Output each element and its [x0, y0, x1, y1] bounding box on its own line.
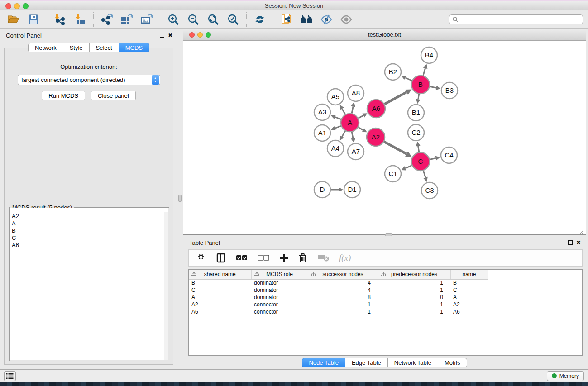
table-float-panel-icon[interactable]: [568, 240, 573, 245]
graph-edge-C-C2[interactable]: [418, 146, 419, 152]
table-cell[interactable]: A2: [450, 301, 488, 308]
mcds-result-item[interactable]: A6: [12, 242, 167, 249]
memory-button[interactable]: Memory: [547, 371, 584, 381]
task-history-button[interactable]: [4, 371, 16, 381]
table-cell[interactable]: A: [450, 294, 488, 301]
mcds-result-item[interactable]: B: [12, 227, 167, 234]
table-cell[interactable]: 1: [378, 308, 450, 315]
network-graph[interactable]: B4B2BB3A8A5A6A3B1AA1C2A2A4A7C4CC1DD1C3: [183, 41, 587, 234]
zoom-in-icon[interactable]: [167, 13, 180, 26]
table-cell[interactable]: B: [450, 279, 488, 286]
vertical-splitter[interactable]: [177, 29, 183, 369]
minimize-window-button[interactable]: [14, 3, 20, 9]
zoom-fit-icon[interactable]: [206, 13, 220, 26]
run-mcds-button[interactable]: Run MCDS: [42, 91, 85, 100]
deselect-all-columns-icon[interactable]: [258, 255, 269, 261]
close-panel-icon[interactable]: ✖: [168, 33, 172, 38]
zoom-out-icon[interactable]: [186, 13, 200, 26]
export-image-icon[interactable]: [140, 13, 153, 26]
network-window-titlebar[interactable]: testGlobe.txt: [183, 29, 586, 41]
network-canvas[interactable]: B4B2BB3A8A5A6A3B1AA1C2A2A4A7C4CC1DD1C3: [183, 41, 586, 234]
criterion-dropdown[interactable]: largest connected component (directed) ▲…: [18, 75, 160, 85]
horizontal-splitter-handle[interactable]: [385, 233, 392, 236]
table-cell[interactable]: 1: [378, 279, 450, 286]
network-close-button[interactable]: [189, 32, 195, 38]
table-cell[interactable]: 0: [378, 294, 450, 301]
tab-select[interactable]: Select: [90, 43, 119, 52]
graph-edge-B-B3[interactable]: [430, 86, 436, 88]
graph-edge-B-B4[interactable]: [423, 68, 425, 76]
table-cell[interactable]: A6: [450, 308, 488, 315]
refresh-layout-icon[interactable]: [253, 13, 267, 26]
table-cell[interactable]: 4: [308, 286, 378, 294]
table-cell[interactable]: dominator: [251, 279, 308, 286]
graph-edge-A-A5[interactable]: [342, 109, 345, 114]
table-cell[interactable]: 1: [308, 308, 378, 315]
table-cell[interactable]: connector: [251, 308, 308, 315]
mcds-result-item[interactable]: C: [12, 234, 167, 242]
graph-edge-A6-B[interactable]: [384, 92, 406, 104]
table-cell[interactable]: C: [450, 286, 488, 294]
column-header-shared-name[interactable]: shared name: [189, 270, 251, 279]
table-row[interactable]: A6connector11A6: [189, 308, 582, 315]
export-table-icon[interactable]: [120, 13, 134, 26]
tab-network[interactable]: Network: [28, 43, 63, 52]
hide-graphics-details-icon[interactable]: [320, 13, 333, 26]
mcds-result-item[interactable]: A: [12, 220, 167, 227]
import-network-icon[interactable]: [53, 13, 67, 26]
graph-edge-A2-C[interactable]: [384, 142, 406, 154]
graph-edge-A-A3[interactable]: [335, 117, 341, 119]
zoom-selected-icon[interactable]: [226, 13, 240, 26]
select-all-columns-icon[interactable]: [236, 255, 248, 261]
resize-grip-icon[interactable]: [579, 228, 585, 234]
table-cell[interactable]: dominator: [251, 286, 308, 294]
graph-edge-C-C1[interactable]: [405, 165, 411, 168]
graph-edge-A-A7[interactable]: [352, 132, 353, 138]
table-cell[interactable]: A2: [189, 301, 251, 308]
delete-column-trash-icon[interactable]: [298, 253, 307, 263]
float-panel-icon[interactable]: [160, 33, 164, 38]
graph-edge-A-A2[interactable]: [358, 127, 363, 130]
table-cell[interactable]: 1: [378, 286, 450, 294]
import-table-icon[interactable]: [73, 13, 87, 26]
zoom-window-button[interactable]: [23, 3, 29, 9]
close-panel-button[interactable]: Close panel: [91, 91, 136, 100]
table-row[interactable]: Adominator80A: [189, 294, 582, 301]
table-cell[interactable]: B: [189, 279, 251, 286]
table-row[interactable]: Cdominator41C: [189, 286, 582, 294]
tab-network-table[interactable]: Network Table: [388, 358, 438, 367]
delete-table-icon[interactable]: [317, 254, 329, 262]
splitter-handle-icon[interactable]: [178, 195, 182, 202]
table-cell[interactable]: A6: [189, 308, 251, 315]
save-session-icon[interactable]: [27, 13, 40, 26]
network-minimize-button[interactable]: [197, 32, 203, 38]
table-cell[interactable]: 8: [308, 294, 378, 301]
table-cell[interactable]: 1: [308, 301, 378, 308]
column-header-successor-nodes[interactable]: successor nodes: [308, 270, 378, 279]
mcds-result-item[interactable]: A2: [12, 213, 167, 220]
graph-edge-A-A8[interactable]: [352, 106, 353, 113]
mcds-result-list[interactable]: A2ABCA6: [10, 208, 168, 360]
open-session-icon[interactable]: [7, 13, 20, 26]
graph-edge-A-A6[interactable]: [359, 115, 363, 118]
column-header-name[interactable]: name: [450, 270, 488, 279]
column-header-mcds-role[interactable]: MCDS role: [251, 270, 308, 279]
show-graphics-details-icon[interactable]: [339, 13, 353, 26]
table-row[interactable]: A2connector11A2: [189, 301, 582, 308]
table-cell[interactable]: dominator: [251, 294, 308, 301]
table-close-panel-icon[interactable]: ✖: [576, 240, 581, 245]
table-cell[interactable]: C: [189, 286, 251, 294]
tab-motifs[interactable]: Motifs: [438, 358, 467, 367]
table-cell[interactable]: A: [189, 294, 251, 301]
network-zoom-button[interactable]: [206, 32, 211, 38]
export-network-icon[interactable]: [100, 13, 114, 26]
search-field[interactable]: [449, 14, 583, 24]
tab-mcds[interactable]: MCDS: [119, 43, 149, 52]
tab-style[interactable]: Style: [63, 43, 90, 52]
graph-edge-C-C3[interactable]: [423, 171, 425, 177]
graph-edge-A-A1[interactable]: [335, 126, 341, 128]
tab-edge-table[interactable]: Edge Table: [345, 358, 388, 367]
function-builder-icon[interactable]: f(x): [339, 253, 351, 263]
table-settings-gear-icon[interactable]: [196, 253, 206, 263]
graph-edge-B-B1[interactable]: [418, 94, 419, 100]
